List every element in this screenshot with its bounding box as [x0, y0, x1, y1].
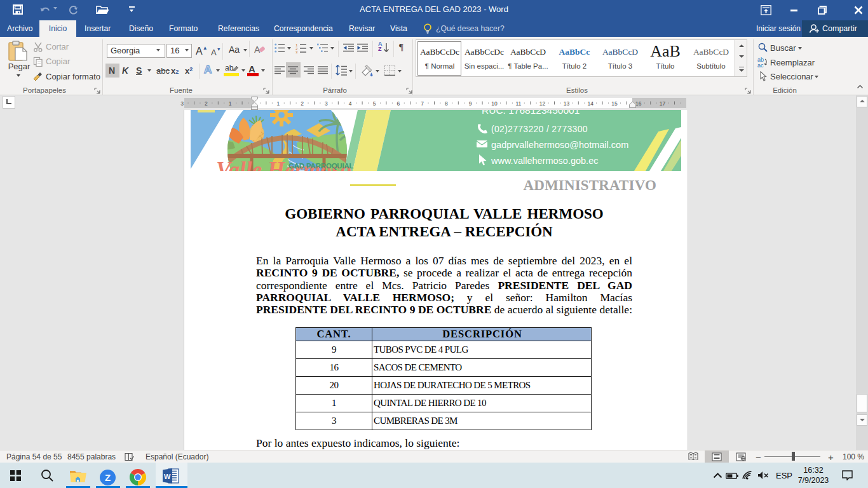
svg-text:2: 2 — [205, 100, 208, 107]
svg-text:15: 15 — [611, 100, 618, 107]
svg-text:6: 6 — [397, 100, 400, 107]
svg-text:www.vallehermoso.gob.ec: www.vallehermoso.gob.ec — [491, 156, 598, 166]
svg-text:4: 4 — [349, 100, 352, 107]
svg-text:12: 12 — [539, 100, 546, 107]
svg-text:3: 3 — [295, 50, 298, 53]
svg-text:ac: ac — [757, 62, 764, 67]
svg-text:5: 5 — [373, 100, 376, 107]
svg-text:17: 17 — [660, 100, 666, 107]
svg-text:2: 2 — [301, 100, 304, 107]
svg-text:gadprvallehermoso@hotmail.com: gadprvallehermoso@hotmail.com — [491, 140, 628, 150]
svg-text:RUC: 1768123450001: RUC: 1768123450001 — [482, 110, 580, 116]
svg-text:GAD PARROQUIAL: GAD PARROQUIAL — [288, 162, 354, 170]
svg-text:11: 11 — [515, 100, 521, 107]
svg-text:1: 1 — [229, 100, 232, 107]
svg-text:9: 9 — [469, 100, 472, 107]
svg-text:8: 8 — [445, 100, 448, 107]
svg-text:10: 10 — [491, 100, 498, 107]
svg-text:W: W — [164, 473, 171, 480]
svg-text:Z: Z — [105, 472, 111, 483]
svg-text:(02)2773220 / 2773300: (02)2773220 / 2773300 — [491, 124, 588, 134]
svg-text:3: 3 — [180, 100, 184, 107]
svg-text:13: 13 — [564, 100, 570, 107]
svg-text:14: 14 — [587, 100, 593, 107]
svg-text:7: 7 — [421, 100, 424, 107]
svg-text:1: 1 — [276, 100, 280, 107]
svg-text:3: 3 — [325, 100, 328, 107]
